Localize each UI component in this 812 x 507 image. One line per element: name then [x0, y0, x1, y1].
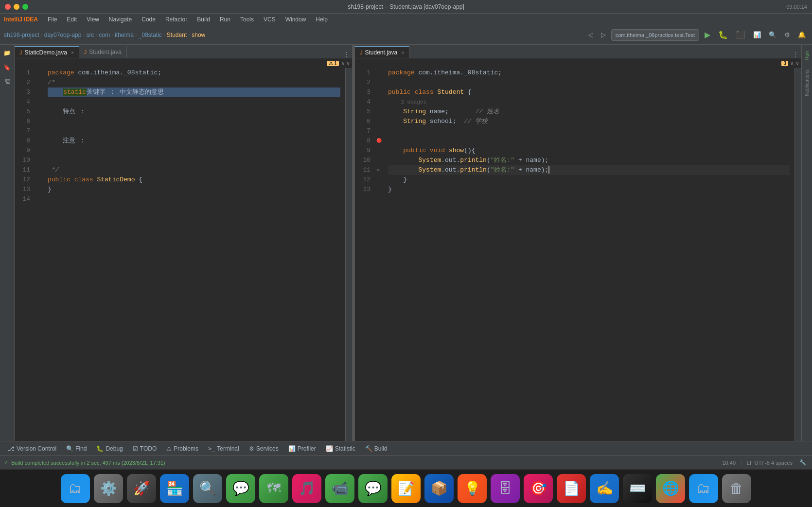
- code-line-4: [48, 97, 340, 107]
- right-code-line-11: }: [388, 175, 790, 185]
- menu-file[interactable]: File: [44, 15, 61, 24]
- dock-datagrip[interactable]: 🗄: [491, 474, 520, 503]
- debug-button[interactable]: 🐛: [716, 29, 730, 41]
- breadcrumb-method[interactable]: show: [192, 32, 205, 38]
- dock-spotlight[interactable]: 🔍: [193, 474, 222, 503]
- sidebar-structure-icon[interactable]: 🏗: [1, 76, 13, 88]
- dock-facetime[interactable]: 📹: [325, 474, 354, 503]
- tool-debug[interactable]: 🐛 Debug: [92, 444, 126, 454]
- menu-build[interactable]: Build: [193, 15, 214, 24]
- dock-maps[interactable]: 🗺: [259, 474, 288, 503]
- find-label: Find: [75, 445, 87, 452]
- code-line-11: */: [48, 165, 340, 175]
- breadcrumb-project[interactable]: sh198-project: [4, 32, 39, 38]
- dock-intellij[interactable]: 💡: [458, 474, 487, 503]
- dock-music[interactable]: 🎵: [292, 474, 321, 503]
- tool-find[interactable]: 🔍 Find: [62, 444, 90, 454]
- dock-rider[interactable]: 🎯: [524, 474, 553, 503]
- dock-wechat[interactable]: 💬: [226, 474, 255, 503]
- left-tab-student[interactable]: J Student.java: [79, 46, 127, 58]
- dock-wps[interactable]: 📄: [557, 474, 586, 503]
- run-configuration[interactable]: com.itheima._06practice.test.Test: [611, 29, 699, 41]
- menu-window[interactable]: Window: [282, 15, 310, 24]
- dock-notes[interactable]: 📝: [391, 474, 421, 503]
- right-tab-menu[interactable]: ⋮: [790, 51, 801, 58]
- settings-button[interactable]: ⚙: [782, 30, 793, 40]
- dock-virtualbox[interactable]: 📦: [424, 474, 454, 503]
- menu-help[interactable]: Help: [312, 15, 332, 24]
- statistic-label: Statistic: [335, 445, 355, 452]
- notifications-button[interactable]: 🔔: [795, 30, 808, 40]
- stop-button[interactable]: ⬛: [733, 29, 748, 41]
- dock-trash[interactable]: 🗑: [722, 474, 751, 503]
- search-button[interactable]: 🔍: [766, 30, 779, 40]
- left-tab-staticdemo[interactable]: J StaticDemo.java ×: [15, 46, 79, 58]
- tool-services[interactable]: ⚙ Services: [245, 444, 282, 454]
- left-scrollbar[interactable]: [345, 68, 352, 441]
- breadcrumb-package[interactable]: _08static: [139, 32, 162, 38]
- tab-close-icon[interactable]: ×: [71, 50, 74, 55]
- close-button[interactable]: [5, 4, 11, 10]
- tool-profiler[interactable]: 📊 Profiler: [284, 444, 320, 454]
- dock-chrome[interactable]: 🌐: [656, 474, 685, 503]
- coverage-button[interactable]: 📊: [751, 30, 763, 40]
- breadcrumb-itheima[interactable]: itheima: [115, 32, 134, 38]
- dock-messages[interactable]: 💬: [358, 474, 388, 503]
- back-button[interactable]: ◁: [586, 30, 596, 40]
- dock-finder[interactable]: 🗂: [61, 474, 90, 503]
- dock-system-prefs[interactable]: ⚙️: [94, 474, 123, 503]
- clock: 09:00:14: [786, 4, 807, 10]
- breakpoint-icon[interactable]: 🔴: [376, 136, 382, 146]
- run-button[interactable]: ▶: [702, 29, 713, 41]
- left-code-editor[interactable]: 1 2 3 4 5 6 7 8 9 10 11 12 13 14: [15, 68, 352, 441]
- left-gutter: [34, 68, 43, 441]
- right-scrollbar[interactable]: [794, 68, 801, 441]
- tool-statistic[interactable]: 📈 Statistic: [322, 444, 359, 454]
- right-code-line-7: [388, 136, 790, 146]
- notifications-sidebar-icon[interactable]: Notifications: [803, 66, 811, 100]
- tool-build[interactable]: 🔨 Build: [361, 444, 391, 454]
- tool-terminal[interactable]: >_ Terminal: [204, 444, 243, 454]
- dock-appstore[interactable]: 🏪: [160, 474, 189, 503]
- tool-todo[interactable]: ☑ TODO: [129, 444, 160, 454]
- menu-vcs[interactable]: VCS: [260, 15, 280, 24]
- maximize-button[interactable]: [22, 4, 28, 10]
- right-warning-nav[interactable]: ∧ ∨: [790, 60, 799, 67]
- right-code-editor[interactable]: 1 2 3 4 5 6 7 8 9 10 11 12 13: [355, 68, 801, 441]
- dock-typora[interactable]: ✍: [590, 474, 619, 503]
- menu-run[interactable]: Run: [216, 15, 234, 24]
- left-tab-menu[interactable]: ⋮: [341, 51, 352, 58]
- menu-refactor[interactable]: Refactor: [161, 15, 191, 24]
- gutter-run-icon[interactable]: ▷: [377, 165, 380, 175]
- left-warning-nav[interactable]: ∧ ∨: [341, 60, 350, 67]
- cursor-position[interactable]: 10:40: [720, 459, 738, 467]
- left-code-content[interactable]: package com.itheima._08static; /* static…: [43, 68, 345, 441]
- right-tab-student[interactable]: J Student.java ×: [355, 46, 409, 58]
- tool-problems[interactable]: ⚠ Problems: [162, 444, 202, 454]
- menu-code[interactable]: Code: [138, 15, 159, 24]
- forward-button[interactable]: ▷: [599, 30, 608, 40]
- encoding-info[interactable]: LF UTF-8 4 spaces: [745, 459, 794, 467]
- breadcrumb-module[interactable]: day07oop-app: [44, 32, 82, 38]
- dock-finder2[interactable]: 🗂: [689, 474, 718, 503]
- breadcrumb-class[interactable]: Student: [167, 32, 187, 38]
- menu-tools[interactable]: Tools: [236, 15, 258, 24]
- minimize-button[interactable]: [14, 4, 19, 10]
- sidebar-bookmark-icon[interactable]: 🔖: [1, 62, 13, 73]
- sidebar-project-icon[interactable]: 📁: [1, 47, 13, 59]
- tool-version-control[interactable]: ⎇ Version Control: [4, 444, 60, 454]
- breadcrumb-src[interactable]: src: [86, 32, 94, 38]
- breadcrumb: sh198-project › day07oop-app › src › com…: [4, 32, 583, 38]
- right-code-content[interactable]: package com.itheima._08static; public cl…: [383, 68, 794, 441]
- breadcrumb-com[interactable]: com: [99, 32, 110, 38]
- dock-iterm[interactable]: ⌨️: [623, 474, 652, 503]
- wrench-icon[interactable]: 🔧: [797, 458, 808, 467]
- dock-launchpad[interactable]: 🚀: [127, 474, 156, 503]
- menu-edit[interactable]: Edit: [63, 15, 81, 24]
- right-tab-close[interactable]: ×: [401, 50, 404, 55]
- terminal-label: Terminal: [217, 445, 239, 452]
- menu-navigate[interactable]: Navigate: [105, 15, 136, 24]
- menu-view[interactable]: View: [83, 15, 103, 24]
- run-sidebar-icon[interactable]: Run: [803, 47, 811, 64]
- code-line-12: public class StaticDemo {: [48, 175, 340, 185]
